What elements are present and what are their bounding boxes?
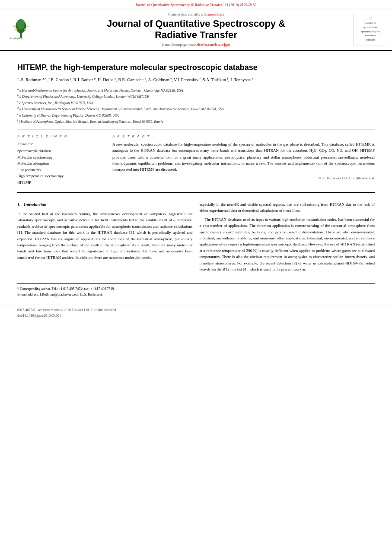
sciencedirect-link[interactable]: ScienceDirect bbox=[204, 13, 224, 16]
keywords-label: Keywords: bbox=[17, 142, 104, 146]
svg-point-5 bbox=[24, 29, 26, 31]
journal-small-box: 📄 journal ofquantitativespectroscopy &ra… bbox=[354, 14, 387, 45]
header-center: Contents lists available at ScienceDirec… bbox=[43, 13, 349, 47]
article-info-abstract: A R T I C L E I N F O Keywords: Spectros… bbox=[17, 134, 375, 185]
footnote-email: E-mail address: LRothman@cfa.harvard.edu… bbox=[17, 292, 375, 298]
affiliation-b: b b Department of Physics and Astronomy,… bbox=[17, 93, 375, 99]
body-content: 1. Introduction In the second half of th… bbox=[17, 201, 375, 275]
body-para-2: especially in the near-IR and visible sp… bbox=[200, 201, 375, 214]
keyword-4: Line parameters bbox=[17, 167, 104, 173]
keyword-6: HITEMP bbox=[17, 179, 104, 185]
divider-1 bbox=[17, 130, 375, 130]
affiliation-e: e e University of Denver, Department of … bbox=[17, 112, 375, 118]
footnote-corresponding: * Corresponding author. Tel.: +1 617 495… bbox=[17, 287, 375, 292]
body-para-1: In the second half of the twentieth cent… bbox=[17, 211, 193, 261]
homepage-url[interactable]: www.elsevier.com/locate/jqsrt bbox=[188, 43, 230, 47]
keyword-1: Spectroscopic database bbox=[17, 148, 104, 154]
abstract-header: A B S T R A C T bbox=[112, 134, 375, 138]
authors-line: L.S. Rothman a,*, I.E. Gordon a, R.J. Ba… bbox=[17, 76, 375, 83]
affiliations: a a Harvard-Smithsonian Center for Astro… bbox=[17, 87, 375, 125]
main-content: HITEMP, the high-temperature molecular s… bbox=[0, 51, 392, 298]
journal-citation: Journal of Quantitative Spectroscopy & R… bbox=[136, 3, 257, 7]
keyword-5: High-temperature spectroscopy bbox=[17, 173, 104, 179]
journal-header: ELSEVIER Contents lists available at Sci… bbox=[0, 9, 392, 51]
copyright-line: © 2010 Elsevier Ltd. All rights reserved… bbox=[112, 176, 375, 180]
keyword-3: Molecular absorption bbox=[17, 160, 104, 166]
affiliation-c: c c Spectral Sciences, Inc., Burlington … bbox=[17, 100, 375, 106]
elsevier-logo-area: ELSEVIER bbox=[4, 13, 39, 47]
article-title: HITEMP, the high-temperature molecular s… bbox=[17, 63, 375, 73]
journal-title: Journal of Quantitative Spectroscopy & R… bbox=[107, 18, 285, 41]
article-info-header: A R T I C L E I N F O bbox=[17, 134, 104, 138]
divider-2 bbox=[17, 192, 375, 193]
svg-rect-1 bbox=[20, 32, 22, 38]
affiliation-f: f f Institute of Atmospheric Optics, Sib… bbox=[17, 118, 375, 124]
bottom-rights: 0022-4073/$ - see front matter © 2010 El… bbox=[17, 308, 117, 312]
body-col-right: especially in the near-IR and visible sp… bbox=[200, 201, 375, 275]
abstract-column: A B S T R A C T A new molecular spectros… bbox=[112, 134, 375, 185]
journal-homepage: journal homepage: www.elsevier.com/locat… bbox=[162, 43, 230, 47]
body-para-3: The HITRAN database, used as input to va… bbox=[200, 217, 375, 273]
contents-available: Contents lists available at ScienceDirec… bbox=[168, 13, 224, 16]
affiliation-a: a a Harvard-Smithsonian Center for Astro… bbox=[17, 87, 375, 93]
keyword-2: Molecular spectroscopy bbox=[17, 154, 104, 160]
elsevier-logo: ELSEVIER bbox=[7, 18, 36, 41]
affiliation-d: d d University of Massachusetts School o… bbox=[17, 106, 375, 112]
section-1-title: 1. Introduction bbox=[17, 201, 193, 208]
abstract-text: A new molecular spectroscopic database f… bbox=[112, 142, 375, 172]
footnote-area: * Corresponding author. Tel.: +1 617 495… bbox=[17, 283, 375, 298]
svg-point-6 bbox=[13, 25, 15, 27]
svg-point-3 bbox=[17, 19, 25, 29]
journal-top-bar: Journal of Quantitative Spectroscopy & R… bbox=[0, 0, 392, 9]
body-col-left: 1. Introduction In the second half of th… bbox=[17, 201, 193, 275]
bottom-doi: doi:10.1016/j.jqsrt.2010.05.001 bbox=[17, 314, 61, 318]
svg-point-7 bbox=[27, 25, 29, 27]
svg-text:ELSEVIER: ELSEVIER bbox=[10, 38, 23, 40]
header-right: 📄 journal ofquantitativespectroscopy &ra… bbox=[353, 13, 388, 47]
bottom-bar: 0022-4073/$ - see front matter © 2010 El… bbox=[0, 305, 392, 319]
svg-point-4 bbox=[15, 29, 17, 31]
article-info-column: A R T I C L E I N F O Keywords: Spectros… bbox=[17, 134, 104, 185]
